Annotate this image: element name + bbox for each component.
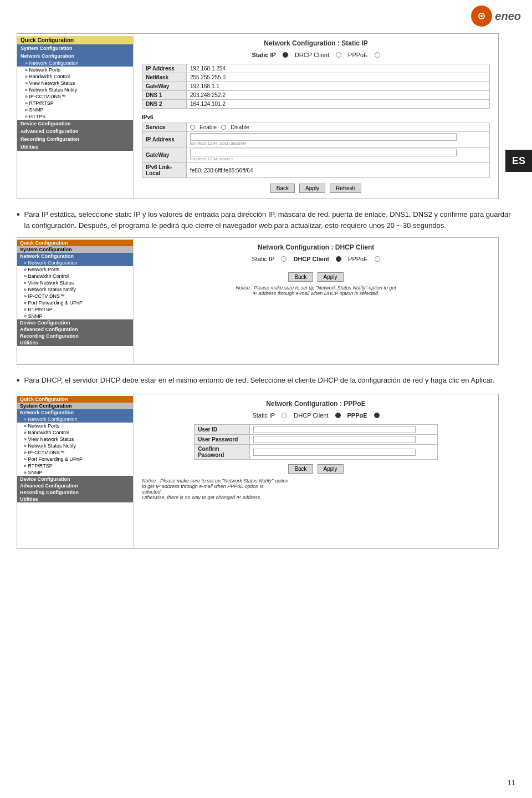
table-row: GateWay Ex) fec0:1234::abcd:1 xyxy=(142,148,490,163)
back-button-2[interactable]: Back xyxy=(288,272,313,282)
s3-reccfg[interactable]: Recording Configuration xyxy=(17,489,133,496)
sidebar1-util[interactable]: Utilities xyxy=(17,143,133,151)
userpw-input[interactable] xyxy=(253,436,416,443)
apply-button-3[interactable]: Apply xyxy=(318,464,344,474)
value-userid xyxy=(250,425,438,435)
value-ipv6addr: Ex) fec0:1234::abcd:abcd/64 xyxy=(187,132,490,148)
s2-item-pfwd[interactable]: » Port Forwarding & UPnP xyxy=(17,299,133,306)
para1-text: Para IP estática, seleccione static IP y… xyxy=(24,209,515,231)
pppoe-notice: Notice : Please make sure to set up "Net… xyxy=(142,478,490,500)
table-row: NetMask 255.255.255.0 xyxy=(142,73,490,82)
table-row: DNS 2 164.124.101.2 xyxy=(142,100,490,109)
sidebar1-syscfg[interactable]: System Configuration xyxy=(17,44,133,52)
s3-devcfg[interactable]: Device Configuration xyxy=(17,476,133,482)
s2-item-netnotify[interactable]: » Network Status Notify xyxy=(17,286,133,293)
s3-item-viewnet[interactable]: » View Network Status xyxy=(17,436,133,443)
s2-item-netcfg[interactable]: » Network Configuration xyxy=(17,260,133,266)
s2-item-bw[interactable]: » Bandwidth Control xyxy=(17,273,133,279)
sidebar1-devcfg[interactable]: Device Configuration xyxy=(17,120,133,128)
apply-button-1[interactable]: Apply xyxy=(299,184,325,193)
bullet1: • xyxy=(17,208,20,231)
pppoe-radio[interactable] xyxy=(375,52,380,58)
s2-devcfg[interactable]: Device Configuration xyxy=(17,319,133,326)
s3-item-ports[interactable]: » Network Ports xyxy=(17,423,133,429)
ipv6-section: IPv6 Service Enable Disable xyxy=(142,114,490,178)
s3-item-rtsp[interactable]: » RTP/RTSP xyxy=(17,462,133,469)
label-gateway: GateWay xyxy=(142,82,187,91)
value-confirmpw xyxy=(250,445,438,460)
s2-item-viewnet[interactable]: » View Network Status xyxy=(17,279,133,286)
s2-syscfg[interactable]: System Configuration xyxy=(17,246,133,253)
panel-title-2: Network Configuration : DHCP Client xyxy=(258,243,374,251)
s3-syscfg[interactable]: System Configuration xyxy=(17,403,133,409)
s3-item-ipcctv[interactable]: » IP-CCTV DNS™ xyxy=(17,449,133,456)
s2-item-rtsp[interactable]: » RTP/RTSP xyxy=(17,306,133,313)
label-userid: User ID xyxy=(195,425,250,435)
s2-item-ipcctv[interactable]: » IP-CCTV DNS™ xyxy=(17,293,133,299)
dhcp-main-panel: Network Configuration : DHCP Client Stat… xyxy=(134,238,498,364)
sidebar1: Quick Configuration System Configuration… xyxy=(17,34,134,199)
disable-radio[interactable] xyxy=(221,125,226,130)
logo-text: eneo xyxy=(495,10,521,23)
panel-title-3: Network Configuration : PPPoE xyxy=(142,400,490,408)
sidebar1-item-viewnet[interactable]: » View Network Status xyxy=(17,80,133,87)
radio-row-2: Static IP DHCP Client PPPoE xyxy=(252,256,380,262)
s3-item-snmp[interactable]: » SNMP xyxy=(17,469,133,476)
dhcp-notice: Notice : Please make sure to set up "Net… xyxy=(236,285,396,296)
para2: • Para DHCP, el servidor DHCP debe estar… xyxy=(17,375,515,387)
value-ipv6link: fe80::230:6fff:fe85:56ff/64 xyxy=(187,163,490,178)
apply-button-2[interactable]: Apply xyxy=(318,272,344,282)
pppoe-dhcp-radio[interactable] xyxy=(335,413,341,418)
s3-util[interactable]: Utilities xyxy=(17,496,133,502)
sidebar1-item-ports[interactable]: » Network Ports xyxy=(17,67,133,73)
enable-radio[interactable] xyxy=(190,125,195,130)
label-confirmpw: Confirm Password xyxy=(195,445,250,460)
sidebar1-item-ipcctv[interactable]: » IP-CCTV DNS™ xyxy=(17,93,133,100)
table-row: IP Address 192.168.1.254 xyxy=(142,64,490,73)
static-ip-radio[interactable] xyxy=(283,52,288,58)
s2-util[interactable]: Utilities xyxy=(17,339,133,346)
sidebar1-item-netcfg[interactable]: » Network Configuration xyxy=(17,60,133,67)
s3-quick: Quick Configuration xyxy=(17,396,133,403)
ipv6-address-input[interactable] xyxy=(190,133,457,141)
dhcp-pppoe-radio[interactable] xyxy=(375,256,380,262)
s3-item-netnotify[interactable]: » Network Status Notify xyxy=(17,443,133,449)
s2-item-ports[interactable]: » Network Ports xyxy=(17,266,133,273)
s3-item-bw[interactable]: » Bandwidth Control xyxy=(17,429,133,436)
userid-input[interactable] xyxy=(253,426,416,433)
pppoe-static-radio[interactable] xyxy=(282,413,287,418)
sidebar1-netcfg[interactable]: Network Configuration xyxy=(17,52,133,60)
sidebar1-item-rtsp[interactable]: » RTP/RTSP xyxy=(17,100,133,106)
back-button-1[interactable]: Back xyxy=(270,184,295,193)
dhcp-client-radio[interactable] xyxy=(336,52,341,58)
s2-item-snmp[interactable]: » SNMP xyxy=(17,313,133,319)
sidebar1-item-netnotify[interactable]: » Network Status Notify xyxy=(17,87,133,93)
s3-netcfg[interactable]: Network Configuration xyxy=(17,409,133,416)
label-ipv6addr: IP Address xyxy=(142,132,187,148)
s2-netcfg[interactable]: Network Configuration xyxy=(17,253,133,260)
confirmpw-input[interactable] xyxy=(253,449,416,456)
pppoe-pppoe-label: PPPoE xyxy=(347,412,367,419)
dhcp-pppoe-label: PPPoE xyxy=(348,256,367,262)
sidebar1-item-snmp[interactable]: » SNMP xyxy=(17,106,133,113)
table-row: User ID xyxy=(195,425,438,435)
s3-item-pfwd[interactable]: » Port Forwarding & UPnP xyxy=(17,456,133,462)
back-button-3[interactable]: Back xyxy=(288,464,313,474)
refresh-button-1[interactable]: Refresh xyxy=(330,184,361,193)
sidebar1-item-bw[interactable]: » Bandwidth Control xyxy=(17,73,133,80)
es-badge: ES xyxy=(505,150,532,172)
btn-row-1: Back Apply Refresh xyxy=(142,184,490,193)
sidebar1-item-https[interactable]: » HTTPS xyxy=(17,113,133,120)
dhcp-static-radio[interactable] xyxy=(281,256,287,262)
s3-advcfg[interactable]: Advanced Configuration xyxy=(17,482,133,489)
pppoe-pppoe-radio[interactable] xyxy=(374,413,380,418)
s3-item-netcfg[interactable]: » Network Configuration xyxy=(17,416,133,423)
ipv6-gateway-input[interactable] xyxy=(190,149,457,156)
dhcp-client-radio2[interactable] xyxy=(336,256,341,262)
bullet2: • xyxy=(17,374,20,387)
s2-advcfg[interactable]: Advanced Configuration xyxy=(17,326,133,333)
sidebar1-advcfg[interactable]: Advanced Configuration xyxy=(17,128,133,135)
s2-reccfg[interactable]: Recording Configuration xyxy=(17,333,133,339)
enable-label: Enable xyxy=(200,124,217,130)
sidebar1-reccfg[interactable]: Recording Configuration xyxy=(17,135,133,143)
